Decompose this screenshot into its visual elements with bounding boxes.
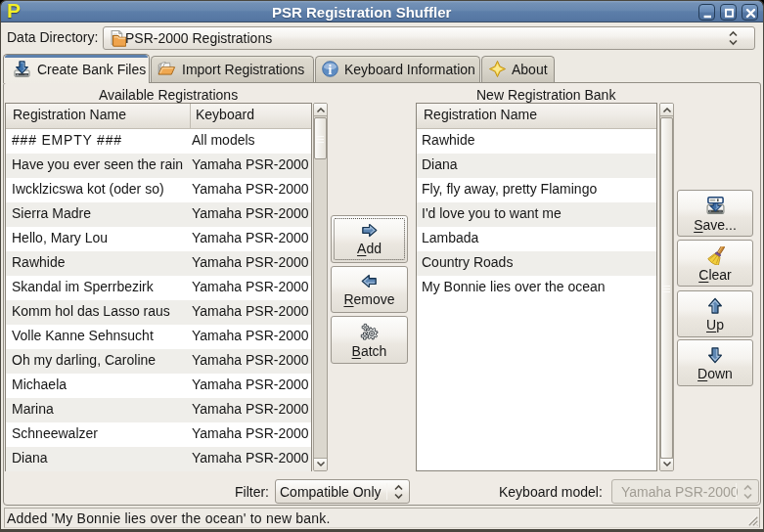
svg-text:i: i [329, 63, 333, 77]
